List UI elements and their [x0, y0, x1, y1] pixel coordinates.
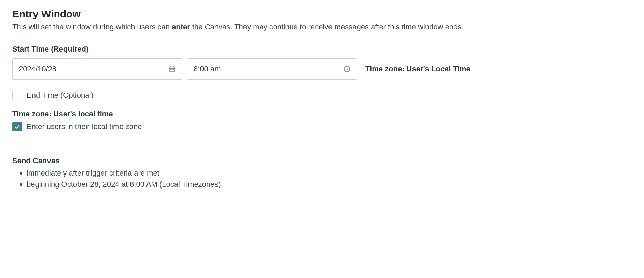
summary-list: immediately after trigger criteria are m… [12, 167, 632, 190]
timezone-display: Time zone: User's Local Time [365, 65, 471, 73]
section-description: This will set the window during which us… [12, 22, 632, 32]
svg-rect-6 [173, 69, 174, 70]
desc-post: the Canvas. They may continue to receive… [190, 23, 464, 31]
local-tz-label: Enter users in their local time zone [27, 122, 142, 131]
timezone-heading: Time zone: User's local time [12, 110, 632, 119]
start-time-row: 2024/10/28 8:00 am Time zone: User's Loc… [12, 58, 632, 80]
clock-icon [343, 65, 351, 73]
start-time-value: 8:00 am [194, 65, 221, 73]
svg-rect-5 [172, 69, 173, 70]
svg-rect-4 [170, 69, 171, 70]
end-time-label: End Time (Optional) [27, 91, 94, 100]
svg-line-9 [347, 69, 348, 70]
end-time-checkbox[interactable] [12, 91, 22, 100]
section-title: Entry Window [12, 8, 632, 20]
local-tz-checkbox[interactable] [12, 122, 22, 131]
start-time-input[interactable]: 8:00 am [187, 58, 357, 80]
start-date-input[interactable]: 2024/10/28 [12, 58, 182, 80]
desc-bold: enter [172, 23, 190, 31]
start-date-value: 2024/10/28 [19, 65, 56, 73]
list-item: immediately after trigger criteria are m… [27, 167, 632, 179]
desc-pre: This will set the window during which us… [12, 23, 172, 31]
svg-rect-0 [169, 67, 175, 72]
local-tz-row: Enter users in their local time zone [12, 122, 632, 131]
calendar-icon [168, 65, 176, 73]
start-time-label: Start Time (Required) [12, 45, 632, 54]
divider [12, 141, 632, 141]
summary-title: Send Canvas [12, 156, 632, 165]
end-time-row: End Time (Optional) [12, 91, 632, 100]
list-item: beginning October 28, 2024 at 8:00 AM (L… [27, 179, 632, 190]
